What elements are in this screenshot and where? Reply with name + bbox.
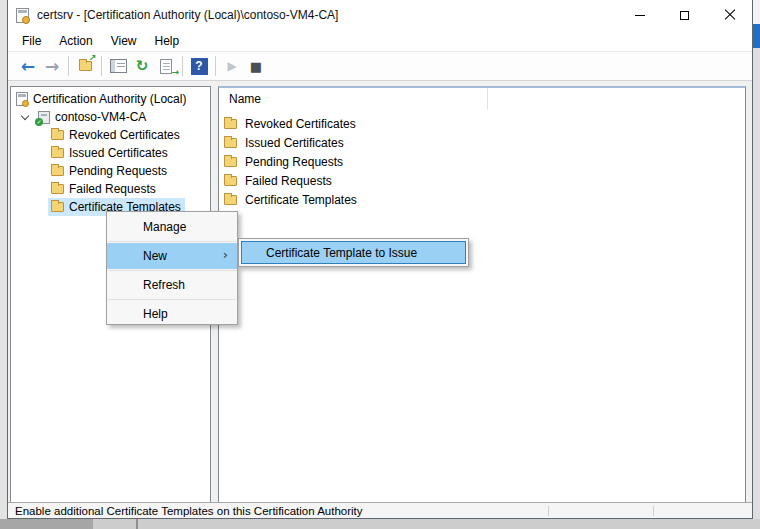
list-item-label: Pending Requests: [245, 155, 343, 169]
list-item-pending-requests[interactable]: Pending Requests: [219, 152, 343, 171]
menu-view[interactable]: View: [102, 31, 146, 51]
list-item-label: Failed Requests: [245, 174, 332, 188]
close-icon: [724, 9, 736, 21]
ca-server-icon: ✓: [38, 111, 50, 124]
show-console-tree-button[interactable]: [106, 54, 130, 78]
export-list-button[interactable]: →: [154, 54, 178, 78]
context-menu-item-help[interactable]: Help: [107, 301, 237, 327]
column-header-name[interactable]: Name: [219, 88, 486, 109]
console-tree-icon: [110, 59, 127, 73]
tree-item-failed-requests[interactable]: Failed Requests: [11, 180, 208, 198]
stop-service-button[interactable]: ■: [244, 54, 268, 78]
up-one-level-button[interactable]: ↗: [73, 54, 97, 78]
tree-item-certification-authority[interactable]: Certification Authority (Local): [11, 90, 208, 108]
submenu-item-certificate-template-to-issue[interactable]: Certificate Template to Issue: [241, 241, 466, 264]
forward-button[interactable]: →: [40, 54, 64, 78]
title-bar: certsrv - [Certification Authority (Loca…: [8, 0, 752, 30]
desktop-background-right: [753, 0, 760, 24]
column-header-label: Name: [229, 92, 261, 106]
help-button[interactable]: ?: [187, 54, 211, 78]
folder-icon: [224, 195, 237, 205]
help-icon: ?: [191, 58, 208, 75]
results-pane: Name Revoked Certificates Issued Certifi…: [218, 86, 746, 503]
menu-file[interactable]: File: [13, 31, 50, 51]
desktop-background-left: [0, 0, 7, 519]
toolbar-separator: [101, 56, 102, 76]
toolbar-separator: [182, 56, 183, 76]
status-pane-divider: [653, 506, 654, 516]
list-item-revoked-certificates[interactable]: Revoked Certificates: [219, 114, 356, 133]
window-title: certsrv - [Certification Authority (Loca…: [37, 8, 338, 22]
menu-action[interactable]: Action: [50, 31, 101, 51]
minimize-button[interactable]: [617, 0, 662, 30]
menu-separator: [108, 299, 236, 300]
export-arrow-icon: →: [171, 68, 179, 77]
list-item-label: Certificate Templates: [245, 193, 357, 207]
stop-icon: ■: [250, 60, 262, 73]
menu-item-label: New: [143, 249, 167, 263]
maximize-button[interactable]: [662, 0, 707, 30]
tree-item-label: Failed Requests: [69, 182, 156, 196]
tree-item-revoked-certificates[interactable]: Revoked Certificates: [11, 126, 208, 144]
play-icon: ▶: [227, 60, 236, 72]
context-menu-item-refresh[interactable]: Refresh: [107, 272, 237, 298]
green-check-badge: ✓: [35, 118, 43, 126]
screen: certsrv - [Certification Authority (Loca…: [0, 0, 760, 529]
window-controls: [617, 0, 752, 30]
list-item-label: Revoked Certificates: [245, 117, 356, 131]
back-icon: ←: [21, 58, 35, 75]
background-divider-fragment: [136, 519, 138, 529]
folder-icon: [51, 130, 64, 140]
list-item-failed-requests[interactable]: Failed Requests: [219, 171, 332, 190]
menu-separator: [108, 241, 236, 242]
menu-help[interactable]: Help: [146, 31, 189, 51]
column-divider[interactable]: [487, 88, 488, 109]
taskbar-fragment: [0, 519, 93, 529]
submenu-item-label: Certificate Template to Issue: [266, 246, 417, 260]
toolbar: ← → ↗ ↻ → ? ▶ ■: [8, 52, 752, 81]
menu-item-label: Refresh: [143, 278, 185, 292]
menu-item-label: Help: [143, 307, 168, 321]
list-item-certificate-templates[interactable]: Certificate Templates: [219, 190, 357, 209]
back-button[interactable]: ←: [16, 54, 40, 78]
background-window-fragment: [753, 24, 760, 48]
folder-icon: [224, 119, 237, 129]
status-text: Enable additional Certificate Templates …: [15, 505, 363, 517]
maximize-icon: [680, 11, 689, 20]
refresh-button[interactable]: ↻: [130, 54, 154, 78]
list-item-issued-certificates[interactable]: Issued Certificates: [219, 133, 344, 152]
context-menu-item-new[interactable]: New ›: [107, 243, 237, 269]
desktop-background-right-lower: [753, 48, 760, 519]
tree-item-pending-requests[interactable]: Pending Requests: [11, 162, 208, 180]
tree-item-issued-certificates[interactable]: Issued Certificates: [11, 144, 208, 162]
chevron-down-icon[interactable]: [21, 111, 29, 119]
list-item-label: Issued Certificates: [245, 136, 344, 150]
submenu-arrow-icon: ›: [223, 247, 228, 262]
tree-item-label: Certification Authority (Local): [33, 92, 186, 106]
status-pane-divider: [548, 506, 549, 516]
refresh-icon: ↻: [136, 59, 149, 74]
tree-item-contoso-vm4-ca[interactable]: ✓ contoso-VM4-CA: [11, 108, 208, 126]
folder-icon: [51, 202, 64, 212]
tree-item-label: Pending Requests: [69, 164, 167, 178]
up-arrow-icon: ↗: [88, 54, 96, 63]
folder-icon: [51, 148, 64, 158]
status-bar: Enable additional Certificate Templates …: [8, 502, 752, 518]
forward-icon: →: [45, 58, 59, 75]
menu-item-label: Manage: [143, 220, 186, 234]
new-submenu: Certificate Template to Issue: [238, 238, 469, 267]
start-service-button[interactable]: ▶: [220, 54, 244, 78]
folder-icon: [224, 176, 237, 186]
certification-authority-icon: [16, 92, 28, 106]
export-list-icon: [160, 59, 172, 74]
close-button[interactable]: [707, 0, 752, 30]
toolbar-separator: [68, 56, 69, 76]
certsrv-app-icon: [16, 8, 29, 23]
folder-icon: [51, 184, 64, 194]
folder-icon: [224, 157, 237, 167]
tree-item-label: Issued Certificates: [69, 146, 168, 160]
tree-item-label: contoso-VM4-CA: [55, 110, 146, 124]
folder-icon: [224, 138, 237, 148]
context-menu-item-manage[interactable]: Manage: [107, 214, 237, 240]
menu-separator: [108, 270, 236, 271]
